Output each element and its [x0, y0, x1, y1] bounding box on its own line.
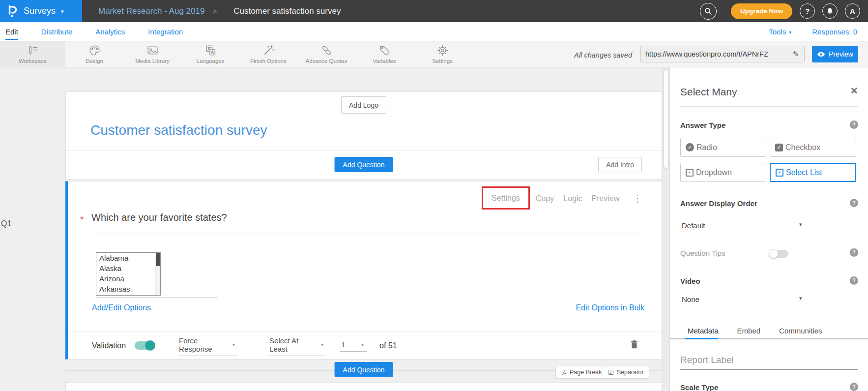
avatar-initial: A	[850, 7, 855, 15]
listbox-scrollbar-thumb[interactable]	[156, 253, 160, 266]
tab-integration[interactable]: Integration	[148, 22, 183, 41]
content-scrollbar-thumb[interactable]	[664, 69, 669, 169]
survey-url-input[interactable]	[645, 50, 790, 58]
workspace-icon	[27, 44, 39, 57]
dropdown-square-icon: ▾	[686, 169, 694, 177]
toolbar-item-label: Advance Quotas	[305, 58, 347, 64]
top-header-bar: Surveys ▾ Market Research - Aug 2019 > C…	[0, 0, 868, 22]
display-order-select[interactable]: Default	[682, 221, 705, 230]
force-response-dropdown[interactable]: Force Response ▾	[178, 335, 238, 356]
validation-count-value: 1	[341, 340, 354, 349]
header-actions: Upgrade Now ? A	[700, 0, 860, 22]
content-scrollbar[interactable]	[662, 67, 669, 391]
toolbar-item-media-library[interactable]: Media Library	[123, 41, 181, 67]
answer-type-radio[interactable]: ✓ Radio	[680, 138, 766, 157]
toolbar-item-workspace[interactable]: Workspace	[0, 41, 65, 67]
add-logo-button[interactable]: Add Logo	[341, 96, 386, 114]
responses-count[interactable]: Responses: 0	[812, 28, 857, 36]
edit-options-in-bulk-link[interactable]: Edit Options in Bulk	[576, 303, 644, 312]
toolbar-item-finish-options[interactable]: Finish Options	[239, 41, 297, 67]
validation-count-dropdown[interactable]: 1 ▾	[340, 339, 367, 352]
question-settings-panel: Select Many ✕ Answer Type ? ✓ Radio ✓ Ch…	[669, 67, 868, 391]
account-avatar[interactable]: A	[845, 3, 860, 19]
question-text[interactable]: Which are your favorite states?	[91, 212, 227, 223]
breadcrumb: Market Research - Aug 2019 > Customer sa…	[98, 0, 341, 22]
separator-button[interactable]: ☑ Separator	[603, 366, 649, 379]
tools-label: Tools	[769, 28, 786, 36]
question-tips-toggle[interactable]	[770, 250, 788, 258]
image-icon	[146, 44, 159, 57]
tab-edit[interactable]: Edit	[5, 22, 18, 41]
close-icon[interactable]: ✕	[850, 85, 858, 96]
tools-menu[interactable]: Tools ▾	[769, 28, 791, 36]
page-break-label: Page Break	[570, 369, 602, 376]
magic-wand-icon	[262, 44, 275, 57]
toolbar-item-languages[interactable]: Languages	[181, 41, 239, 67]
video-label: Video	[680, 277, 700, 285]
caret-down-icon[interactable]: ▾	[799, 221, 802, 228]
help-icon[interactable]: ?	[850, 120, 858, 129]
help-icon[interactable]: ?	[850, 276, 858, 285]
answer-type-label-text: Checkbox	[785, 143, 820, 152]
question-logic-action[interactable]: Logic	[563, 194, 582, 203]
listbox-scrollbar[interactable]	[155, 253, 160, 295]
notifications-button[interactable]	[822, 3, 838, 19]
save-status: All changes saved	[574, 51, 632, 59]
page-break-button[interactable]: Page Break	[555, 366, 607, 379]
search-button[interactable]	[700, 3, 717, 20]
tab-embed[interactable]: Embed	[737, 327, 761, 335]
toolbar-item-variables[interactable]: Variables	[355, 41, 413, 67]
help-icon[interactable]: ?	[850, 199, 858, 207]
chevron-down-icon: ▾	[61, 8, 64, 15]
delete-question-button[interactable]	[631, 340, 638, 351]
answer-type-checkbox[interactable]: ✓ Checkbox	[770, 138, 856, 157]
surveys-menu[interactable]: Surveys ▾	[0, 0, 82, 22]
question-actions: Copy Logic Preview ⋮	[536, 194, 642, 203]
question-settings-action[interactable]: Settings	[492, 194, 520, 203]
breadcrumb-folder-link[interactable]: Market Research - Aug 2019	[98, 6, 204, 16]
report-label-input[interactable]	[680, 354, 858, 370]
tab-metadata[interactable]: Metadata	[688, 327, 719, 335]
kebab-menu-icon[interactable]: ⋮	[633, 194, 642, 203]
list-option[interactable]: Arkansas	[96, 284, 160, 294]
caret-down-icon[interactable]: ▾	[799, 295, 802, 301]
add-intro-button[interactable]: Add Intro	[598, 157, 642, 172]
toolbar-item-advance-quotas[interactable]: Advance Quotas	[297, 41, 355, 67]
validation-rule-value: Select At Least	[269, 336, 314, 353]
next-block-card	[65, 382, 662, 391]
question-copy-action[interactable]: Copy	[536, 194, 554, 203]
toggle-knob	[145, 340, 155, 351]
chevron-down-icon: ▾	[789, 30, 791, 35]
questionpro-app: Surveys ▾ Market Research - Aug 2019 > C…	[0, 0, 868, 391]
add-question-button-bottom[interactable]: Add Question	[335, 362, 393, 377]
trash-icon	[631, 340, 638, 349]
survey-title[interactable]: Customer satisfaction survey	[90, 122, 267, 138]
toolbar-item-label: Settings	[432, 58, 453, 64]
validation-rule-dropdown[interactable]: Select At Least ▾	[268, 335, 326, 356]
question-preview-action[interactable]: Preview	[592, 194, 620, 203]
radio-check-icon: ✓	[686, 143, 694, 151]
help-icon[interactable]: ?	[850, 248, 858, 257]
answer-type-dropdown[interactable]: ▾ Dropdown	[680, 163, 766, 182]
caret-down-icon: ▾	[361, 342, 364, 347]
tab-analytics[interactable]: Analytics	[95, 22, 125, 41]
add-question-button-top[interactable]: Add Question	[335, 157, 393, 172]
video-select[interactable]: None	[682, 295, 699, 303]
edit-url-pencil-icon[interactable]: ✎	[790, 50, 801, 59]
tab-communities[interactable]: Communities	[779, 327, 822, 335]
list-option[interactable]: Arizona	[96, 273, 160, 284]
answer-select-list[interactable]: Alabama Alaska Arizona Arkansas	[96, 252, 161, 296]
list-option[interactable]: Alabama	[96, 253, 160, 263]
validation-toggle[interactable]	[135, 341, 154, 350]
toolbar-item-design[interactable]: Design	[65, 41, 123, 67]
upgrade-now-button[interactable]: Upgrade Now	[731, 3, 792, 19]
help-button[interactable]: ?	[800, 3, 815, 19]
list-option[interactable]: Alaska	[96, 263, 160, 273]
toolbar-item-settings[interactable]: Settings	[413, 41, 471, 67]
tab-distribute[interactable]: Distribute	[41, 22, 72, 41]
add-edit-options-link[interactable]: Add/Edit Options	[92, 303, 151, 312]
preview-button[interactable]: Preview	[812, 46, 858, 62]
help-icon[interactable]: ?	[850, 383, 858, 391]
toolbar-item-label: Languages	[197, 58, 225, 64]
answer-type-select-list[interactable]: ▾ Select List	[770, 163, 856, 182]
